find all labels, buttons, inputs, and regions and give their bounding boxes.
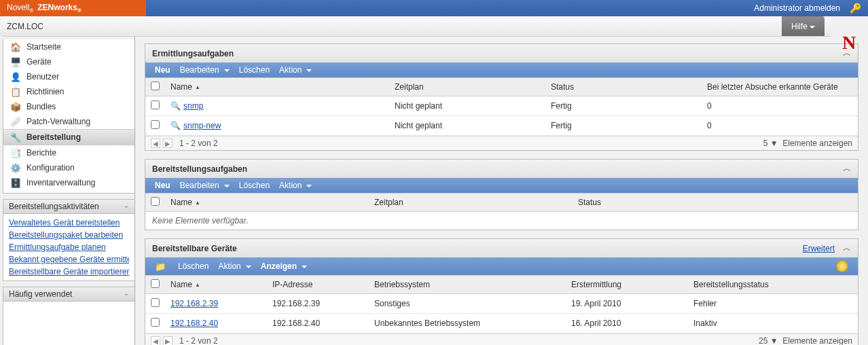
task-link[interactable]: snmp-new <box>183 121 221 130</box>
action-button[interactable]: Aktion <box>218 261 251 271</box>
col-status[interactable]: Status <box>573 194 858 212</box>
magnify-icon[interactable]: 🔍 <box>170 121 181 130</box>
cell-ip: 192.168.2.39 <box>267 294 369 314</box>
devices-table: Name IP-Adresse Betriebssystem Erstermit… <box>145 275 858 333</box>
cell-os: Sonstiges <box>369 294 566 314</box>
chevron-icon: ⌄ <box>124 202 129 211</box>
device-link[interactable]: 192.168.2.40 <box>170 319 218 328</box>
edit-button[interactable]: Bearbeiten <box>180 181 230 190</box>
table-row: 192.168.2.40192.168.2.40Unbekanntes Betr… <box>145 314 858 333</box>
cell-first: 19. April 2010 <box>566 294 688 314</box>
pager-text: 1 - 2 von 2 <box>179 139 218 148</box>
empty-message: Keine Elemente verfügbar. <box>145 212 858 230</box>
table-row: 🔍snmp-newNicht geplantFertig0 <box>145 116 858 136</box>
sidebar-item-inventarverwaltung[interactable]: 🗄️Inventarverwaltung <box>3 175 134 190</box>
action-button[interactable]: Aktion <box>279 181 312 190</box>
nav-icon: 👤 <box>10 71 21 82</box>
activity-link[interactable]: Ermittlungsaufgabe planen <box>9 241 129 253</box>
expand-link[interactable]: Erweitert <box>803 244 835 253</box>
breadcrumb-bar: ZCM.LOC Hilfe <box>0 16 831 37</box>
sidebar-item-label: Inventarverwaltung <box>26 178 95 187</box>
cell-deploystatus: Fehler <box>688 294 858 314</box>
deploy-table: Name Zeitplan Status <box>145 193 858 212</box>
globe-icon[interactable] <box>836 260 848 272</box>
frequent-body <box>3 302 134 345</box>
new-button[interactable]: Neu <box>155 181 170 190</box>
col-name[interactable]: Name <box>170 280 200 289</box>
col-name[interactable]: Name <box>170 198 200 207</box>
frequent-header[interactable]: Häufig verwendet⌄ <box>3 287 134 302</box>
page-size-selector[interactable]: 5 ▼ Elemente anzeigen <box>763 139 852 148</box>
cell-schedule: Nicht geplant <box>389 116 545 136</box>
col-ip[interactable]: IP-Adresse <box>267 276 369 294</box>
discovery-table: Name Zeitplan Status Bei letzter Absuche… <box>145 77 858 136</box>
device-link[interactable]: 192.168.2.39 <box>170 299 218 308</box>
logout-link[interactable]: Administrator abmelden <box>754 3 840 13</box>
action-button[interactable]: Aktion <box>279 65 312 75</box>
collapse-icon[interactable]: ︿ <box>843 242 851 254</box>
nav-icon: 🏠 <box>10 41 21 52</box>
key-icon[interactable]: 🔑 <box>850 3 861 14</box>
activity-link[interactable]: Bekannt gegebene Geräte ermitteln <box>9 253 129 266</box>
sidebar-item-bundles[interactable]: 📦Bundles <box>3 99 134 114</box>
folder-up-icon[interactable]: 📁 <box>155 261 166 271</box>
page-next-button[interactable]: ▶ <box>163 336 173 345</box>
task-link[interactable]: snmp <box>183 101 203 111</box>
sidebar-item-label: Konfiguration <box>26 163 75 172</box>
col-schedule[interactable]: Zeitplan <box>389 78 545 96</box>
edit-button[interactable]: Bearbeiten <box>180 65 230 75</box>
activity-link[interactable]: Bereitstellungspaket bearbeiten <box>9 229 129 241</box>
magnify-icon[interactable]: 🔍 <box>170 101 181 111</box>
delete-button[interactable]: Löschen <box>178 261 209 271</box>
cell-status: Fertig <box>545 116 702 136</box>
row-checkbox[interactable] <box>151 318 160 327</box>
pager-text: 1 - 2 von 2 <box>179 336 218 345</box>
col-status[interactable]: Status <box>545 78 702 96</box>
novell-n-logo: N <box>834 33 864 53</box>
cell-count: 0 <box>702 116 858 136</box>
sidebar-item-patch-verwaltung[interactable]: 🩹Patch-Verwaltung <box>3 114 134 129</box>
panel-deploy-tasks: Bereitstellungsaufgaben ︿ Neu Bearbeiten… <box>145 159 858 230</box>
col-firstdiscovery[interactable]: Erstermittlung <box>566 276 688 294</box>
row-checkbox[interactable] <box>151 298 160 307</box>
nav-icon: 📑 <box>10 147 21 158</box>
activities-header[interactable]: Bereitstellungsaktivitäten⌄ <box>3 199 134 214</box>
sidebar-item-berichte[interactable]: 📑Berichte <box>3 145 134 160</box>
table-row: 192.168.2.39192.168.2.39Sonstiges19. Apr… <box>145 294 858 314</box>
col-name[interactable]: Name <box>170 82 200 92</box>
sidebar: 🏠Startseite🖥️Geräte👤Benutzer📋Richtlinien… <box>0 37 135 345</box>
page-next-button[interactable]: ▶ <box>163 139 173 148</box>
col-deploystatus[interactable]: Bereitstellungsstatus <box>688 276 858 294</box>
sidebar-item-startseite[interactable]: 🏠Startseite <box>3 39 134 54</box>
delete-button[interactable]: Löschen <box>239 65 270 75</box>
row-checkbox[interactable] <box>151 101 160 109</box>
activity-link[interactable]: Verwaltetes Gerät bereitstellen <box>9 217 129 229</box>
sidebar-item-bereitstellung[interactable]: 🔧Bereitstellung <box>3 129 134 145</box>
show-button[interactable]: Anzeigen <box>261 261 307 271</box>
collapse-icon[interactable]: ︿ <box>843 163 851 175</box>
select-all-checkbox[interactable] <box>151 279 160 288</box>
col-last-scan[interactable]: Bei letzter Absuche erkannte Geräte <box>702 78 858 96</box>
col-os[interactable]: Betriebssystem <box>369 276 566 294</box>
page-prev-button[interactable]: ◀ <box>151 336 160 345</box>
sidebar-item-geräte[interactable]: 🖥️Geräte <box>3 54 134 69</box>
nav-icon: 🔧 <box>10 132 21 143</box>
sidebar-item-konfiguration[interactable]: ⚙️Konfiguration <box>3 160 134 175</box>
delete-button[interactable]: Löschen <box>239 181 270 190</box>
new-button[interactable]: Neu <box>155 65 170 75</box>
sidebar-item-label: Geräte <box>26 57 52 67</box>
sidebar-item-label: Berichte <box>26 148 56 158</box>
page-size-selector[interactable]: 25 ▼ Elemente anzeigen <box>759 336 852 345</box>
activity-link[interactable]: Bereitstellbare Geräte importieren <box>9 266 129 278</box>
col-schedule[interactable]: Zeitplan <box>369 194 573 212</box>
help-button[interactable]: Hilfe <box>782 16 825 36</box>
sidebar-item-benutzer[interactable]: 👤Benutzer <box>3 69 134 84</box>
sidebar-item-label: Benutzer <box>26 72 59 81</box>
select-all-checkbox[interactable] <box>151 81 160 90</box>
sidebar-item-label: Bereitstellung <box>26 132 81 142</box>
row-checkbox[interactable] <box>151 120 160 129</box>
sidebar-item-richtlinien[interactable]: 📋Richtlinien <box>3 84 134 99</box>
page-prev-button[interactable]: ◀ <box>151 139 160 148</box>
select-all-checkbox[interactable] <box>151 197 160 206</box>
nav-icon: 🖥️ <box>10 56 21 67</box>
